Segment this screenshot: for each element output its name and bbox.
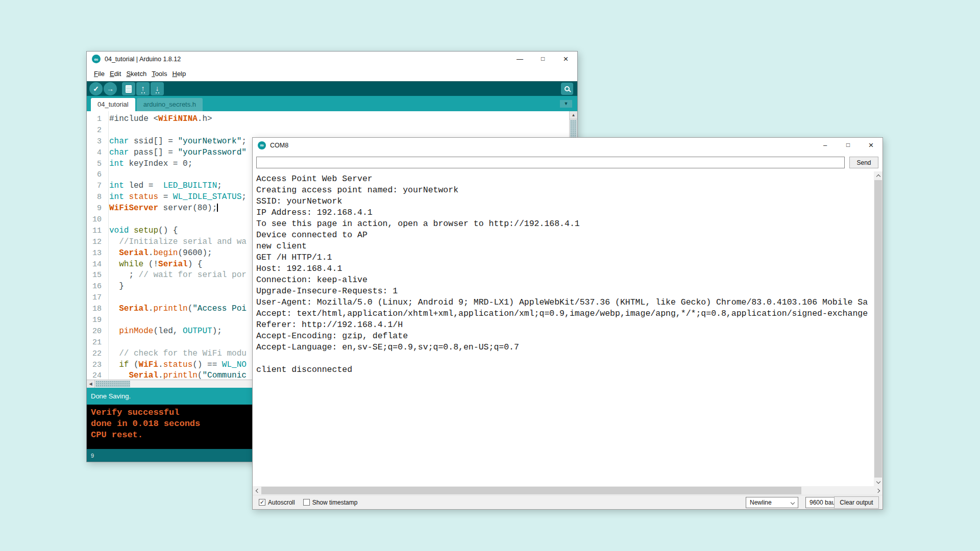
- code-text: if (WiFi.status() == WL_NO: [109, 360, 247, 369]
- chevron-down-icon: ▼: [564, 102, 569, 106]
- serial-output-line: IP Address: 192.168.4.1: [256, 207, 873, 218]
- serial-monitor-button[interactable]: [561, 83, 573, 95]
- cursor-line-indicator: 9: [91, 453, 94, 459]
- text-cursor: [217, 204, 218, 212]
- down-arrow-icon: ↓: [156, 85, 159, 93]
- serial-vscrollbar[interactable]: [874, 171, 883, 486]
- menu-item-tools[interactable]: Tools: [149, 70, 169, 78]
- serial-output-line: Accept-Encoding: gzip, deflate: [256, 331, 873, 342]
- line-number: 1: [87, 114, 106, 125]
- line-number: 17: [87, 292, 106, 304]
- minimize-icon[interactable]: —: [508, 52, 531, 66]
- close-icon[interactable]: ×: [860, 138, 883, 153]
- close-icon[interactable]: ×: [554, 52, 577, 66]
- serial-output-line: Referer: http://192.168.4.1/H: [256, 319, 873, 331]
- tab-strip: 04_tutorialarduino_secrets.h: [91, 96, 203, 111]
- code-text: while (!Serial) {: [109, 260, 202, 269]
- verify-button[interactable]: ✓: [89, 82, 103, 95]
- serial-window-title: COM8: [270, 142, 288, 149]
- code-line[interactable]: 2: [87, 125, 577, 136]
- serial-output-line: User-Agent: Mozilla/5.0 (Linux; Android …: [256, 297, 873, 308]
- line-number: 6: [87, 169, 106, 181]
- menu-item-sketch[interactable]: Sketch: [124, 70, 149, 78]
- maximize-icon[interactable]: □: [837, 138, 860, 153]
- scroll-left-arrow-icon[interactable]: [253, 486, 261, 495]
- code-text: #include <WiFiNINA.h>: [109, 114, 212, 123]
- line-number: 12: [87, 237, 106, 248]
- serial-output-line: client disconnected: [256, 364, 873, 375]
- serial-output-line: [256, 353, 873, 364]
- serial-output-line: Access Point Web Server: [256, 173, 873, 185]
- show-timestamp-checkbox[interactable]: [303, 499, 310, 506]
- minimize-icon[interactable]: –: [814, 138, 837, 153]
- serial-output-line: Accept-Language: en,sv-SE;q=0.9,sv;q=0.8…: [256, 342, 873, 353]
- serial-output[interactable]: Access Point Web ServerCreating access p…: [253, 171, 873, 486]
- ide-titlebar[interactable]: ∞ 04_tutorial | Arduino 1.8.12 — □ ×: [87, 52, 577, 66]
- menu-item-edit[interactable]: Edit: [107, 70, 124, 78]
- code-text: }: [109, 282, 124, 291]
- line-number: 22: [87, 348, 106, 360]
- code-text: char pass[] = "yourPassword": [109, 148, 247, 157]
- serial-window-controls: – □ ×: [814, 138, 883, 153]
- code-text: WiFiServer server(80);: [109, 204, 218, 213]
- tab-04_tutorial[interactable]: 04_tutorial: [91, 98, 135, 111]
- line-number: 4: [87, 147, 106, 159]
- serial-hscrollbar[interactable]: [253, 486, 883, 495]
- upload-button[interactable]: →: [104, 82, 117, 95]
- code-text: void setup() {: [109, 226, 178, 235]
- serial-titlebar[interactable]: ∞ COM8 – □ ×: [253, 138, 883, 153]
- line-number: 9: [87, 203, 106, 214]
- code-text: int status = WL_IDLE_STATUS;: [109, 192, 247, 202]
- new-sketch-button[interactable]: [122, 82, 135, 95]
- serial-input[interactable]: [256, 157, 845, 168]
- code-text: Serial.begin(9600);: [109, 248, 212, 258]
- code-text: char ssid[] = "yourNetwork";: [109, 137, 247, 146]
- line-number: 23: [87, 360, 106, 371]
- line-number: 13: [87, 248, 106, 259]
- arduino-logo-icon: ∞: [92, 55, 101, 63]
- serial-monitor-window: ∞ COM8 – □ × Send Access Point Web Serve…: [252, 137, 883, 510]
- clear-output-button[interactable]: Clear output: [834, 496, 879, 509]
- show-timestamp-label[interactable]: Show timestamp: [312, 499, 358, 506]
- line-number: 2: [87, 125, 106, 136]
- editor-hscroll-thumb[interactable]: [95, 381, 130, 387]
- serial-output-line: To see this page in action, open a brows…: [256, 218, 873, 230]
- autoscroll-checkbox[interactable]: ✓: [259, 499, 265, 506]
- line-ending-select[interactable]: Newline: [746, 497, 798, 508]
- ide-window-controls: — □ ×: [508, 52, 577, 66]
- serial-footer: ✓ Autoscroll Show timestamp Newline 9600…: [253, 495, 883, 509]
- line-number: 24: [87, 370, 106, 380]
- line-number: 18: [87, 304, 106, 315]
- serial-vscroll-thumb[interactable]: [874, 180, 882, 478]
- autoscroll-label[interactable]: Autoscroll: [268, 499, 295, 506]
- scroll-up-arrow-icon[interactable]: [874, 171, 883, 180]
- serial-hscroll-thumb[interactable]: [261, 487, 801, 494]
- serial-output-line: new client: [256, 241, 873, 252]
- serial-output-line: Host: 192.168.4.1: [256, 263, 873, 274]
- maximize-icon[interactable]: □: [531, 52, 554, 66]
- scroll-down-arrow-icon[interactable]: [874, 478, 883, 486]
- line-number: 10: [87, 214, 106, 226]
- menu-item-help[interactable]: Help: [169, 70, 188, 78]
- ide-menubar: FileEditSketchToolsHelp: [87, 66, 577, 81]
- code-text: // check for the WiFi modu: [109, 349, 247, 358]
- serial-output-line: Connection: keep-alive: [256, 274, 873, 286]
- send-button[interactable]: Send: [849, 157, 878, 168]
- scroll-left-arrow-icon[interactable]: ◀: [87, 380, 95, 388]
- serial-send-row: Send: [253, 154, 883, 171]
- code-line[interactable]: 1#include <WiFiNINA.h>: [87, 114, 577, 125]
- ide-window-title: 04_tutorial | Arduino 1.8.12: [105, 56, 181, 63]
- line-number: 21: [87, 337, 106, 348]
- menu-item-file[interactable]: File: [91, 70, 107, 78]
- open-button[interactable]: ↑: [136, 82, 150, 95]
- right-arrow-icon: →: [107, 85, 114, 92]
- scroll-right-arrow-icon[interactable]: [874, 486, 883, 495]
- line-ending-value: Newline: [750, 499, 772, 506]
- tab-list-button[interactable]: ▼: [560, 100, 572, 108]
- gutter-divider: [108, 111, 109, 380]
- tab-arduino_secrets.h[interactable]: arduino_secrets.h: [137, 98, 203, 111]
- code-text: pinMode(led, OUTPUT);: [109, 327, 222, 336]
- code-text: Serial.println("Communic: [109, 371, 247, 380]
- save-button[interactable]: ↓: [151, 82, 164, 95]
- scroll-up-arrow-icon[interactable]: ▲: [570, 111, 577, 119]
